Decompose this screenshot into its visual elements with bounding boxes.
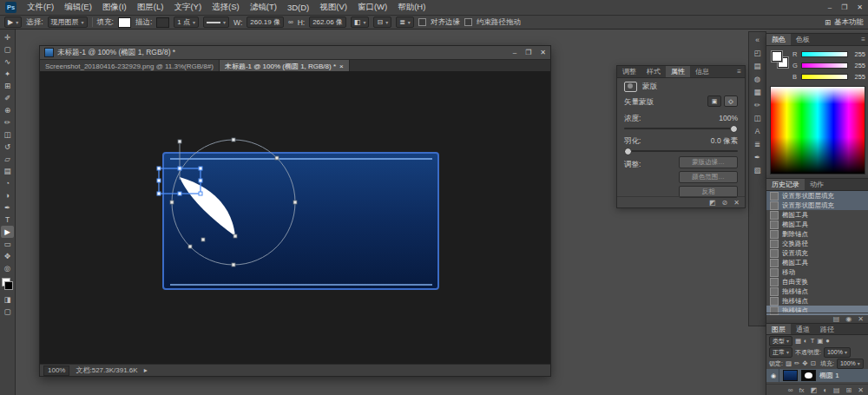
crop-tool[interactable]: ⊞ [1, 80, 14, 92]
add-mask-icon[interactable]: ◩ [811, 386, 818, 394]
history-state[interactable]: 删除锚点 [766, 229, 868, 239]
tab-swatches[interactable]: 色板 [791, 34, 815, 45]
menu-select[interactable]: 选择(S) [212, 2, 240, 13]
path-selection-tool[interactable]: ▶ [1, 226, 14, 238]
doc-restore-button[interactable]: ❐ [525, 49, 531, 56]
clone-stamp-tool[interactable]: ◫ [1, 128, 14, 141]
photoshop-logo-icon[interactable]: Ps [5, 2, 16, 13]
tab-color[interactable]: 颜色 [766, 34, 791, 45]
canvas-artwork[interactable] [40, 71, 549, 365]
tab-channels[interactable]: 通道 [791, 324, 815, 334]
path-operations-dropdown[interactable]: ◧ ▾ [351, 16, 370, 28]
close-button[interactable]: ✕ [857, 3, 863, 11]
layer-style-icon[interactable]: fx [799, 386, 804, 394]
selection-from-mask-icon[interactable]: ◩ [709, 199, 716, 207]
filter-adjustment-icon[interactable]: ◐ [804, 337, 808, 345]
menu-file[interactable]: 文件(F) [27, 2, 54, 13]
marquee-tool[interactable]: ▢ [1, 43, 14, 56]
layer-filter-dropdown[interactable]: 类型 ▾ [769, 336, 792, 346]
menu-layer[interactable]: 图层(L) [137, 2, 164, 13]
history-brush-tool[interactable]: ↺ [1, 141, 14, 153]
lock-position-icon[interactable]: ✥ [802, 359, 807, 367]
history-state[interactable]: 椭圆工具 [766, 258, 868, 267]
eyedropper-tool[interactable]: ✐ [1, 92, 14, 104]
history-state[interactable]: 拖移锚点 [766, 286, 868, 296]
blur-tool[interactable]: ◔ [1, 177, 14, 189]
history-state[interactable]: 椭圆工具 [766, 220, 868, 229]
history-state[interactable]: 拖移锚点 [766, 296, 868, 306]
lock-transparency-icon[interactable]: ▨ [786, 359, 792, 367]
lock-all-icon[interactable]: ⊡ [811, 359, 816, 367]
document-tab[interactable]: Screenshot_20180416-232929.png @ 11.3%(R… [40, 60, 220, 72]
quick-mask-button[interactable]: ◨ [1, 293, 14, 306]
path-arrangement-dropdown[interactable]: ≣ ▾ [396, 16, 414, 28]
brush-panel-icon[interactable]: ✏ [751, 99, 764, 110]
select-mode-dropdown[interactable]: 现用图层 ▾ [48, 16, 88, 28]
channels-panel-icon[interactable]: ▧ [751, 164, 764, 175]
new-snapshot-icon[interactable]: ◉ [845, 315, 852, 323]
doc-close-button[interactable]: ✕ [540, 49, 546, 56]
document-tab-active[interactable]: 未标题-1 @ 100% (椭圆 1, RGB/8) * × [220, 60, 350, 72]
blue-slider[interactable] [801, 74, 848, 80]
density-slider[interactable] [624, 128, 738, 129]
document-title-bar[interactable]: 未标题-1 @ 100% (椭圆 1, RGB/8) * – ❐ ✕ [40, 46, 550, 60]
adjustments-panel-icon[interactable]: ◍ [751, 73, 764, 84]
pen-tool[interactable]: ✒ [1, 201, 14, 214]
history-state[interactable]: 设置形状图层填充 [766, 191, 868, 201]
tab-styles[interactable]: 样式 [641, 66, 666, 77]
menu-type[interactable]: 文字(Y) [174, 2, 201, 13]
status-expand-icon[interactable]: ▸ [144, 366, 148, 374]
tab-layers[interactable]: 图层 [766, 324, 791, 334]
add-vector-mask-button[interactable]: ◇ [724, 95, 738, 107]
filter-type-icon[interactable]: T [811, 337, 815, 345]
feather-slider[interactable] [624, 150, 738, 152]
new-document-from-state-icon[interactable]: ▤ [833, 315, 840, 323]
layer-name[interactable]: 椭圆 1 [819, 371, 839, 380]
new-group-icon[interactable]: ▤ [833, 386, 840, 394]
stroke-type-dropdown[interactable]: ▾ [203, 16, 229, 28]
workspace-switcher[interactable]: ⊞ 基本功能 [825, 17, 864, 28]
tool-preset-picker[interactable]: ▶ ▾ [4, 16, 22, 28]
disable-mask-icon[interactable]: ⊘ [722, 199, 728, 207]
blue-rectangle-shape[interactable] [163, 153, 438, 289]
tab-info[interactable]: 信息 [690, 66, 714, 77]
mask-edge-button[interactable]: 蒙版边缘… [679, 156, 738, 168]
align-edges-checkbox[interactable] [418, 18, 426, 26]
stroke-swatch[interactable] [156, 17, 169, 28]
delete-mask-icon[interactable]: ✕ [733, 199, 740, 207]
background-color-swatch[interactable] [4, 281, 13, 290]
layer-row[interactable]: ◉ 椭圆 1 [766, 369, 868, 382]
tab-paths[interactable]: 路径 [815, 324, 839, 334]
density-value[interactable]: 100% [719, 114, 738, 122]
width-field[interactable]: 260.19 像 [247, 16, 284, 28]
fill-swatch[interactable] [118, 17, 131, 28]
paragraph-panel-icon[interactable]: ≣ [751, 138, 764, 149]
healing-brush-tool[interactable]: ⊕ [1, 104, 14, 116]
history-state[interactable]: 移动 [766, 267, 868, 277]
minimize-button[interactable]: – [828, 3, 832, 11]
red-value[interactable]: 255 [850, 50, 865, 58]
delete-state-icon[interactable]: ✕ [858, 315, 864, 323]
blend-mode-dropdown[interactable]: 正常 ▾ [769, 347, 792, 358]
paths-panel-icon[interactable]: ✒ [751, 151, 764, 162]
filter-shape-icon[interactable]: ▣ [817, 337, 823, 345]
canvas-area[interactable] [40, 71, 550, 365]
constrain-path-checkbox[interactable] [464, 18, 472, 26]
add-pixel-mask-button[interactable]: ▣ [707, 95, 721, 107]
menu-window[interactable]: 窗口(W) [358, 2, 387, 13]
menu-3d[interactable]: 3D(D) [287, 3, 309, 12]
history-state[interactable]: 设置填充 [766, 248, 868, 258]
color-range-button[interactable]: 颜色范围… [679, 171, 738, 183]
color-spectrum-picker[interactable] [770, 86, 865, 174]
delete-layer-icon[interactable]: ✕ [858, 386, 864, 394]
filter-pixel-icon[interactable]: ▦ [795, 337, 801, 345]
dodge-tool[interactable]: ◑ [1, 189, 14, 201]
stroke-width-field[interactable]: 1 点 ▾ [174, 16, 199, 28]
brush-tool[interactable]: ✏ [1, 116, 14, 128]
history-state[interactable]: 自由变换 [766, 277, 868, 286]
menu-filter[interactable]: 滤镜(T) [250, 2, 277, 13]
layer-visibility-eye-icon[interactable]: ◉ [768, 369, 779, 382]
layer-thumbnail[interactable] [783, 370, 798, 381]
swatches-panel-icon[interactable]: ▤ [751, 60, 764, 71]
restore-button[interactable]: ❐ [841, 3, 847, 11]
